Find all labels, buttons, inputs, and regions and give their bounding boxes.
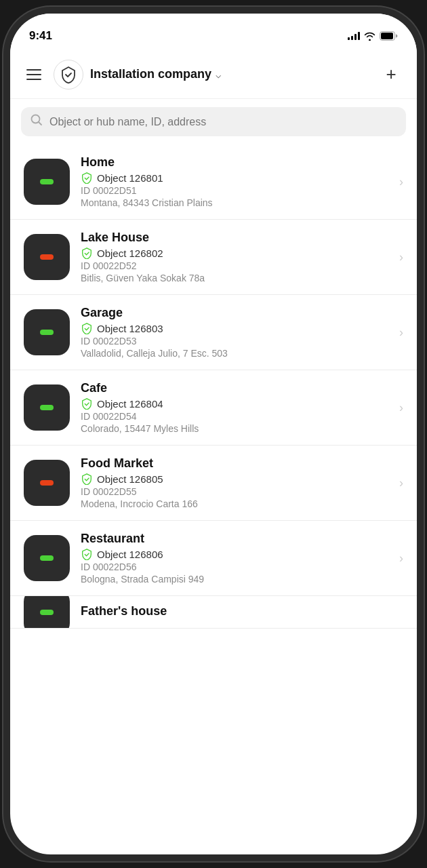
- device-icon: [24, 309, 70, 355]
- status-bar: 9:41: [10, 14, 417, 50]
- dropdown-chevron-icon: ⌵: [216, 69, 221, 80]
- item-object-row: Object 126804: [81, 397, 388, 410]
- item-object-row: Object 126803: [81, 322, 388, 334]
- item-object-row: Object 126802: [81, 247, 388, 259]
- item-info: Food Market Object 126805 ID 00022D55 Mo…: [81, 456, 388, 509]
- shield-check-icon: [81, 397, 93, 410]
- device-led: [40, 330, 54, 335]
- item-address: Valladolid, Calleja Julio, 7 Esc. 503: [81, 348, 388, 359]
- device-icon: [24, 159, 70, 205]
- company-selector[interactable]: Installation company ⌵: [54, 60, 369, 90]
- item-object: Object 126802: [97, 248, 163, 259]
- item-object-row: Object 126805: [81, 473, 388, 485]
- item-id: ID 00022D51: [81, 185, 388, 196]
- chevron-right-icon: ›: [399, 326, 403, 340]
- item-id: ID 00022D53: [81, 336, 388, 347]
- list-item[interactable]: Lake House Object 126802 ID 00022D52 Bit…: [10, 220, 417, 295]
- item-info: Garage Object 126803 ID 00022D53 Vallado…: [81, 306, 388, 359]
- item-address: Bitlis, Güven Yaka Sokak 78a: [81, 273, 388, 283]
- status-icons: [348, 31, 398, 41]
- chevron-right-icon: ›: [399, 476, 403, 490]
- item-address: Bologna, Strada Campisi 949: [81, 574, 388, 585]
- device-led: [40, 480, 54, 486]
- search-input-wrap[interactable]: [21, 107, 406, 136]
- item-name: Father's house: [81, 604, 403, 618]
- item-address: Modena, Incrocio Carta 166: [81, 498, 388, 509]
- header: Installation company ⌵ +: [10, 50, 417, 99]
- item-name: Food Market: [81, 456, 388, 471]
- chevron-right-icon: ›: [399, 401, 403, 415]
- item-id: ID 00022D52: [81, 260, 388, 271]
- item-name: Home: [81, 155, 388, 170]
- device-icon: [24, 535, 70, 581]
- shield-check-icon: [81, 172, 93, 184]
- add-button[interactable]: +: [379, 62, 403, 87]
- shield-check-icon: [81, 247, 93, 259]
- list-item[interactable]: Cafe Object 126804 ID 00022D54 Colorado,…: [10, 370, 417, 446]
- item-object: Object 126806: [97, 549, 163, 560]
- shield-check-icon: [81, 473, 93, 485]
- item-name: Cafe: [81, 381, 388, 395]
- item-address: Colorado, 15447 Myles Hills: [81, 423, 388, 434]
- menu-button[interactable]: [24, 66, 44, 83]
- svg-rect-1: [381, 33, 393, 39]
- device-led: [40, 405, 54, 410]
- company-name-row: Installation company ⌵: [90, 67, 221, 81]
- chevron-right-icon: ›: [399, 175, 403, 189]
- list-item[interactable]: Home Object 126801 ID 00022D51 Montana, …: [10, 144, 417, 220]
- item-id: ID 00022D55: [81, 486, 388, 497]
- chevron-right-icon: ›: [399, 250, 403, 264]
- item-info: Home Object 126801 ID 00022D51 Montana, …: [81, 155, 388, 208]
- device-led: [40, 254, 54, 260]
- search-input[interactable]: [49, 116, 396, 128]
- item-address: Montana, 84343 Cristian Plains: [81, 197, 388, 208]
- signal-icon: [348, 32, 360, 40]
- battery-icon: [380, 31, 398, 41]
- list-item[interactable]: Restaurant Object 126806 ID 00022D56 Bol…: [10, 521, 417, 596]
- device-icon: [24, 460, 70, 506]
- item-id: ID 00022D56: [81, 561, 388, 572]
- item-name: Restaurant: [81, 532, 388, 546]
- device-icon: [24, 384, 70, 431]
- item-name: Lake House: [81, 231, 388, 245]
- item-info: Cafe Object 126804 ID 00022D54 Colorado,…: [81, 381, 388, 434]
- shield-check-icon: [81, 548, 93, 560]
- status-time: 9:41: [29, 29, 52, 43]
- list-item[interactable]: Food Market Object 126805 ID 00022D55 Mo…: [10, 446, 417, 521]
- item-name: Garage: [81, 306, 388, 320]
- device-icon: [24, 596, 70, 629]
- item-id: ID 00022D54: [81, 411, 388, 422]
- item-object-row: Object 126806: [81, 548, 388, 560]
- device-led: [40, 179, 54, 184]
- object-list: Home Object 126801 ID 00022D51 Montana, …: [10, 144, 417, 629]
- search-icon: [30, 114, 43, 130]
- item-info: Lake House Object 126802 ID 00022D52 Bit…: [81, 231, 388, 283]
- list-item[interactable]: Father's house: [10, 596, 417, 629]
- shield-check-icon: [81, 322, 93, 334]
- item-object: Object 126805: [97, 473, 163, 485]
- item-object-row: Object 126801: [81, 172, 388, 184]
- company-logo: [54, 60, 83, 90]
- item-object: Object 126803: [97, 323, 163, 334]
- item-info: Restaurant Object 126806 ID 00022D56 Bol…: [81, 532, 388, 585]
- item-info: Father's house: [81, 604, 403, 620]
- device-led: [40, 610, 54, 615]
- list-item[interactable]: Garage Object 126803 ID 00022D53 Vallado…: [10, 295, 417, 370]
- chevron-right-icon: ›: [399, 551, 403, 566]
- item-object: Object 126804: [97, 398, 163, 410]
- company-name: Installation company: [90, 67, 211, 81]
- item-object: Object 126801: [97, 172, 163, 184]
- device-led: [40, 555, 54, 561]
- device-icon: [24, 234, 70, 280]
- search-bar: [10, 99, 417, 144]
- wifi-icon: [364, 32, 375, 41]
